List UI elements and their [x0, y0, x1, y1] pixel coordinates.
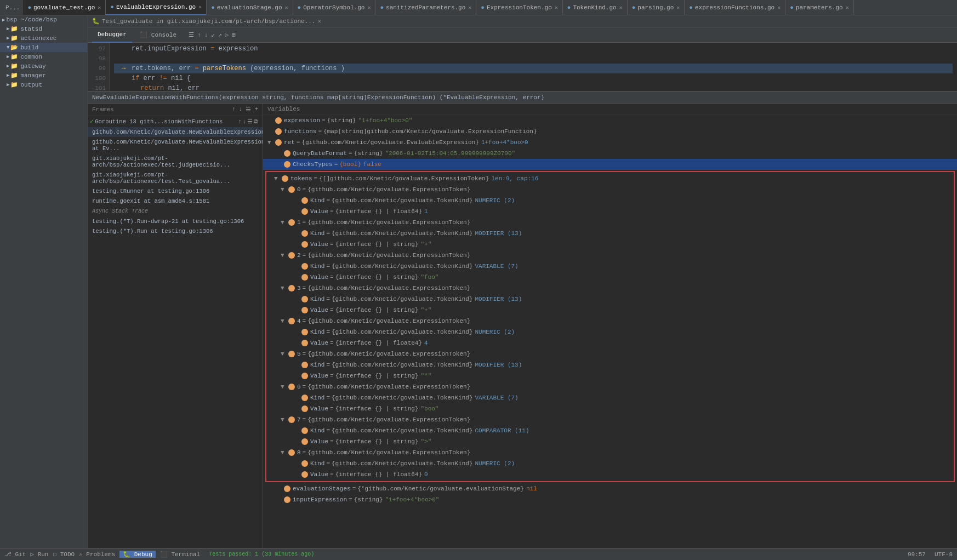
tab-operator-symbol[interactable]: ● OperatorSymbol.go ✕	[293, 0, 376, 15]
tab-parameters[interactable]: ● parameters.go ✕	[785, 0, 853, 15]
var-icon-token-4	[288, 318, 295, 324]
file-tree-actionexec[interactable]: ▶ 📁 actionexec	[0, 33, 87, 43]
tab-close-0[interactable]: ✕	[98, 4, 101, 11]
frames-panel: Frames ↑ ↓ ☰ + ✓ Goroutine 13 gith...s	[88, 104, 263, 548]
ide-container: P... ● govaluate_test.go ✕ ● EvaluableEx…	[0, 0, 957, 560]
folder-arrow-5: ▶	[7, 72, 9, 78]
frames-header: Frames ↑ ↓ ☰ +	[88, 104, 263, 116]
toolbar-down-icon[interactable]: ↓	[204, 32, 208, 38]
var-checks-types: ChecksTypes = {bool} false	[263, 159, 957, 170]
file-tree-manager[interactable]: ▶ 📁 manager	[0, 71, 87, 80]
goroutine-down-btn[interactable]: ↓	[243, 118, 246, 125]
code-line-97: ret.inputExpression = expression	[114, 44, 953, 54]
frames-list-btn[interactable]: ☰	[246, 106, 251, 113]
run-icon: ▷	[30, 551, 34, 558]
var-input-expression: inputExpression = {string} "1+foo+4*boo>…	[263, 494, 957, 505]
todo-btn[interactable]: ☐ TODO	[53, 551, 75, 558]
async-trace-label: Async Stack Trace	[88, 206, 263, 216]
frames-down-btn[interactable]: ↓	[239, 106, 243, 113]
frames-add-btn[interactable]: +	[254, 106, 258, 113]
goroutine-list-btn[interactable]: ☰	[247, 118, 253, 125]
tab-sanitized-params[interactable]: ● sanitizedParameters.go ✕	[375, 0, 476, 15]
goroutine-item[interactable]: ✓ Goroutine 13 gith...sionWithFunctions …	[88, 116, 263, 127]
tab-close-3[interactable]: ✕	[367, 4, 371, 11]
tab-parsing[interactable]: ● parsing.go ✕	[628, 0, 685, 15]
encoding-label: UTF-8	[935, 551, 953, 558]
tab-bar: P... ● govaluate_test.go ✕ ● EvaluableEx…	[0, 0, 957, 15]
file-tree-gateway[interactable]: ▶ 📁 gateway	[0, 61, 87, 71]
debug-arrow-marker: →	[122, 64, 126, 73]
var-token-3-value: Value = {interface {} | string} "+"	[267, 305, 953, 316]
folder-icon: 📁	[10, 25, 18, 32]
tab-close-7[interactable]: ✕	[676, 4, 680, 11]
tab-evaluation-stage[interactable]: ● evaluationStage.go ✕	[207, 0, 293, 15]
frame-4[interactable]: testing.tRunner at testing.go:1306	[88, 186, 263, 196]
toolbar-up-icon[interactable]: ↑	[197, 32, 201, 38]
tab-close-8[interactable]: ✕	[777, 4, 781, 11]
file-tree-build[interactable]: ▼ 📂 build	[0, 43, 87, 52]
tab-close-4[interactable]: ✕	[468, 4, 471, 11]
goroutine-copy-btn[interactable]: ⧉	[254, 118, 258, 125]
main-content: ▶ bsp ~/code/bsp ▶ 📁 statsd ▶ 📁 actionex…	[0, 15, 957, 548]
folder-arrow-6: ▶	[7, 82, 9, 88]
frame-1[interactable]: github.com/Knetic/govaluate.NewEvaluable…	[88, 137, 263, 153]
tab-token-kind[interactable]: ● TokenKind.go ✕	[563, 0, 628, 15]
tab-evaluable-expression[interactable]: ● EvaluableExpression.go ✕	[106, 0, 207, 15]
var-icon-token-2	[288, 252, 295, 259]
folder-icon-1: 📁	[10, 35, 18, 42]
breadcrumb-close[interactable]: ✕	[317, 18, 321, 25]
debugger-tab[interactable]: Debugger	[92, 27, 132, 43]
file-tree-root[interactable]: ▶ bsp ~/code/bsp	[0, 15, 87, 24]
frame-2[interactable]: git.xiaojukeji.com/pt-arch/bsp/actionexe…	[88, 153, 263, 170]
async-frame-1[interactable]: testing.(*T).Run at testing.go:1306	[88, 226, 263, 236]
var-query-date-format: QueryDateFormat = {string} "2006-01-02T1…	[263, 148, 957, 159]
toolbar-step-into-icon[interactable]: ↙	[211, 31, 215, 38]
var-icon-ret	[275, 139, 282, 146]
editor-debug-container: 🐛 Test_govaluate in git.xiaojukeji.com/p…	[88, 15, 957, 548]
var-evaluation-stages: evaluationStages = {*github.com/Knetic/g…	[263, 483, 957, 494]
tab-close-9[interactable]: ✕	[846, 4, 849, 11]
var-token-4: ▼ 4 = {github.com/Knetic/govaluate.Expre…	[267, 316, 953, 327]
tab-expression-functions[interactable]: ● expressionFunctions.go ✕	[685, 0, 785, 15]
tab-expression-token[interactable]: ● ExpressionToken.go ✕	[476, 0, 562, 15]
tab-close-2[interactable]: ✕	[285, 4, 288, 11]
var-token-7-value: Value = {interface {} | string} ">"	[267, 436, 953, 447]
file-tree-common[interactable]: ▶ 📁 common	[0, 52, 87, 61]
debug-arrow-icon: 🐛	[92, 18, 100, 25]
var-icon-ct	[284, 161, 290, 168]
var-token-1: ▼ 1 = {github.com/Knetic/govaluate.Expre…	[267, 217, 953, 228]
var-icon-token-5	[288, 351, 295, 357]
frames-up-btn[interactable]: ↑	[232, 106, 236, 113]
time-label: 99:57	[908, 551, 926, 558]
var-icon-t1k	[301, 230, 308, 237]
tab-govaluate-test[interactable]: ● govaluate_test.go ✕	[23, 0, 106, 15]
toolbar-list-icon[interactable]: ☰	[189, 31, 194, 38]
toolbar-resume-icon[interactable]: ▷	[225, 31, 229, 38]
debug-toolbar: ☰ ↑ ↓ ↙ ↗ ▷ ⊞	[189, 31, 236, 38]
folder-arrow-4: ▶	[7, 63, 9, 69]
var-icon-t8k	[301, 460, 308, 467]
var-icon-t2v	[301, 274, 308, 281]
git-btn[interactable]: ⎇ Git	[4, 551, 26, 558]
terminal-btn[interactable]: ⬛ Terminal	[160, 551, 200, 558]
toolbar-grid-icon[interactable]: ⊞	[232, 31, 236, 38]
tab-close-6[interactable]: ✕	[619, 4, 623, 11]
tab-close-1[interactable]: ✕	[198, 4, 202, 10]
goroutine-up-btn[interactable]: ↑	[238, 118, 241, 125]
frame-5[interactable]: runtime.goexit at asm_amd64.s:1581	[88, 196, 263, 206]
frame-3[interactable]: git.xiaojukeji.com/pt-arch/bsp/actionexe…	[88, 170, 263, 186]
var-icon-tokens	[282, 175, 288, 182]
async-frame-0[interactable]: testing.(*T).Run-dwrap-21 at testing.go:…	[88, 216, 263, 226]
run-btn[interactable]: ▷ Run	[30, 551, 48, 558]
console-tab[interactable]: ⬛ Console	[134, 27, 182, 43]
problems-btn[interactable]: ⚠ Problems	[79, 551, 115, 558]
frame-0[interactable]: github.com/Knetic/govaluate.NewEvaluable…	[88, 127, 263, 137]
toolbar-step-out-icon[interactable]: ↗	[218, 31, 222, 38]
var-token-3: ▼ 3 = {github.com/Knetic/govaluate.Expre…	[267, 283, 953, 294]
debug-btn[interactable]: 🐛 Debug	[119, 551, 156, 558]
project-title[interactable]: P...	[2, 4, 23, 11]
file-tree-output[interactable]: ▶ 📁 output	[0, 80, 87, 89]
tab-close-5[interactable]: ✕	[555, 4, 558, 11]
file-tree-statsd[interactable]: ▶ 📁 statsd	[0, 24, 87, 33]
folder-icon-5: 📁	[10, 72, 18, 79]
